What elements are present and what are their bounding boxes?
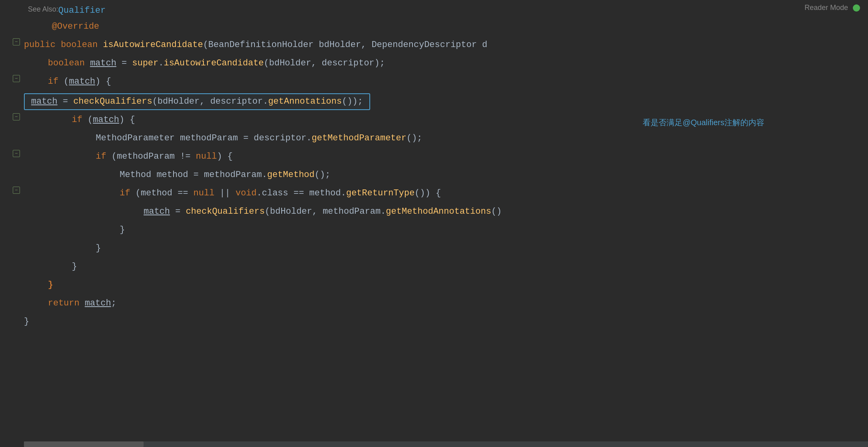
gutter-if-match: – xyxy=(0,75,24,82)
close2-code: } xyxy=(24,242,101,255)
line-close-if-method: } xyxy=(0,223,868,242)
line-close-method: } xyxy=(0,315,868,333)
if-match2-code: if (match) { xyxy=(24,113,135,127)
method-assign-code: Method method = methodParam.getMethod(); xyxy=(24,168,330,182)
method-sig-code: public boolean isAutowireCandidate(BeanD… xyxy=(24,38,487,52)
fold-icon-method[interactable]: – xyxy=(13,38,20,45)
gutter-if-methodparam: – xyxy=(0,150,24,157)
scrollbar-thumb[interactable] xyxy=(24,441,144,447)
line-if-match: – if (match) { xyxy=(0,75,868,93)
fold-icon-if-methodparam[interactable]: – xyxy=(13,150,20,157)
annotation-override: @Override xyxy=(52,20,99,33)
methodparam-code: MethodParameter methodParam = descriptor… xyxy=(24,132,422,145)
line-methodparam: MethodParameter methodParam = descriptor… xyxy=(0,132,868,150)
horizontal-scrollbar[interactable] xyxy=(24,441,868,447)
line-method-assign: Method method = methodParam.getMethod(); xyxy=(0,168,868,187)
close1-code: } xyxy=(24,223,125,237)
tooltip-qualifiers: 看是否满足@Qualifiers注解的内容 xyxy=(643,116,764,129)
fold-icon-if-match2[interactable]: – xyxy=(13,113,20,120)
line-override: @Override xyxy=(0,20,868,38)
line-if-methodparam: – if (methodParam != null) { xyxy=(0,150,868,168)
close5-code: } xyxy=(24,315,29,329)
gutter-if-method-null: – xyxy=(0,187,24,194)
line-method-sig: – public boolean isAutowireCandidate(Bea… xyxy=(0,38,868,57)
editor-area: Reader Mode See Also: Qualifier @Overrid… xyxy=(0,0,868,447)
close3-code: } xyxy=(24,260,77,274)
line-close-if-main: } xyxy=(0,278,868,297)
line-if-method-null: – if (method == null || void.class == me… xyxy=(0,187,868,205)
return-match-code: return match; xyxy=(24,297,116,310)
match-method-code: match = checkQualifiers(bdHolder, method… xyxy=(24,205,502,219)
line-match-method-annotations: match = checkQualifiers(bdHolder, method… xyxy=(0,205,868,223)
code-container: See Also: Qualifier @Override – public b… xyxy=(0,0,868,337)
see-also-prefix: See Also: xyxy=(28,4,58,15)
boolean-match-code: boolean match = super.isAutowireCandidat… xyxy=(24,57,385,70)
line-return-match: return match; xyxy=(0,297,868,315)
gutter-method-sig: – xyxy=(0,38,24,45)
if-method-null-code: if (method == null || void.class == meth… xyxy=(24,187,441,200)
match-check-code: match = checkQualifiers(bdHolder, descri… xyxy=(24,93,370,110)
line-close-if-methodparam: } xyxy=(0,242,868,260)
line-match-checkqualifiers: match = checkQualifiers(bdHolder, descri… xyxy=(0,93,868,113)
line-see-also: See Also: Qualifier xyxy=(0,4,868,20)
line-close-if-match2: } xyxy=(0,260,868,278)
see-also-link[interactable]: Qualifier xyxy=(58,4,106,18)
fold-icon-if-match[interactable]: – xyxy=(13,75,20,82)
if-match-code: if (match) { xyxy=(24,75,111,89)
line-if-match2: – if (match) { 看是否满足@Qualifiers注解的内容 xyxy=(0,113,868,132)
line-boolean-match: boolean match = super.isAutowireCandidat… xyxy=(0,57,868,75)
if-methodparam-code: if (methodParam != null) { xyxy=(24,150,233,163)
close4-code: } xyxy=(24,278,53,292)
fold-icon-if-method-null[interactable]: – xyxy=(13,187,20,194)
gutter-if-match2: – xyxy=(0,113,24,120)
